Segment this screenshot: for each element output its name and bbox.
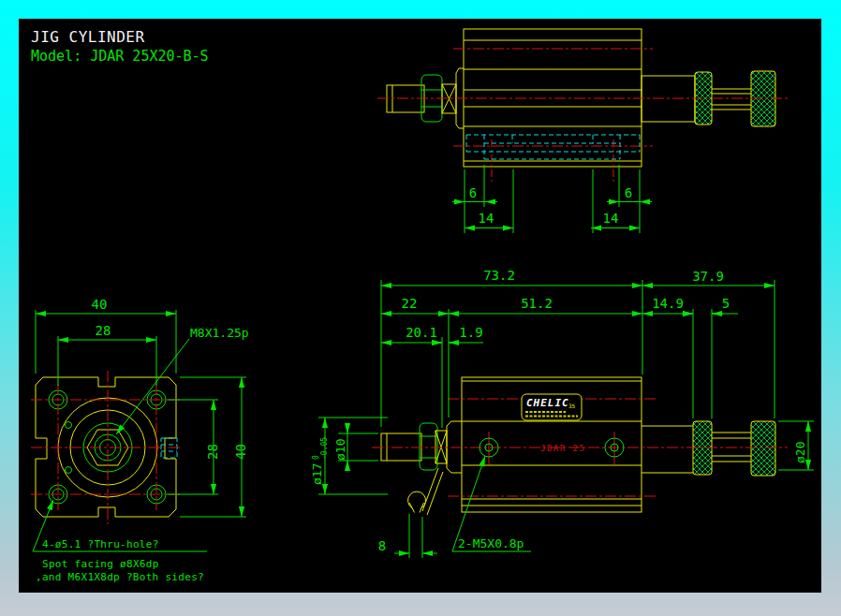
- port-thread-label: 2-M5X0.8p: [458, 536, 524, 550]
- drawing-canvas[interactable]: JIG CYLINDER Model: JDAR 25X20-B-S: [19, 19, 821, 593]
- dim-port-pitch-right: 14: [603, 211, 619, 226]
- dim-bolt-spacing-v: 28: [205, 444, 220, 460]
- note-spot-facing: Spot facing ø8X6dp: [42, 558, 159, 570]
- svg-text:40: 40: [233, 444, 248, 460]
- dim-thread-length: 20.1: [406, 325, 437, 340]
- wrench-icon: [408, 468, 443, 515]
- svg-text:ø17: ø17: [310, 463, 324, 485]
- dim-bolt-spacing-h: 28: [96, 323, 111, 338]
- svg-text:-0.05: -0.05: [320, 437, 329, 460]
- note-both-sides: ,and M6X1X8dp ?Both sides?: [36, 571, 204, 583]
- brand-name: CHELIC: [526, 397, 569, 409]
- svg-text:0: 0: [312, 455, 320, 460]
- dim-gap: 1.9: [459, 325, 482, 340]
- dim-rod-length: 22: [402, 296, 418, 311]
- page-title: JIG CYLINDER: [31, 28, 145, 46]
- dim-rod-end: 37.9: [692, 269, 724, 284]
- front-centerlines: [31, 371, 181, 524]
- thread-label: M8X1.25p: [190, 326, 249, 340]
- cad-drawing: JIG CYLINDER Model: JDAR 25X20-B-S: [19, 19, 821, 593]
- title-block: JIG CYLINDER Model: JDAR 25X20-B-S: [31, 28, 209, 65]
- dim-port-offset-left: 6: [469, 185, 477, 200]
- dia-knob-label: ø20: [793, 442, 807, 463]
- chelic-label: CHELIC 35: [522, 394, 582, 420]
- dim-body-height: 40: [233, 444, 248, 460]
- dim-knob-width: 5: [722, 296, 730, 311]
- dim-wrench-flat: 8: [378, 538, 386, 553]
- dim-port-offset-right: 6: [625, 185, 632, 200]
- dim-body-length: 51.2: [521, 296, 553, 311]
- side-hex-nut: [420, 423, 437, 470]
- dim-overall: 73.2: [483, 268, 515, 283]
- svg-text:ø10: ø10: [333, 439, 347, 461]
- dim-sleeve: 14.9: [652, 296, 684, 311]
- dim-body-width: 40: [92, 297, 108, 312]
- note-thru-hole: 4-ø5.1 ?Thru-hole?: [42, 538, 159, 550]
- svg-text:ø20: ø20: [793, 442, 807, 463]
- top-centerlines: [377, 49, 789, 146]
- dia-boss-label: ø17 0 -0.05: [310, 437, 329, 485]
- dim-port-pitch-left: 14: [479, 211, 494, 226]
- front-view: 40 28 28 40 M8X1.25p 4-ø5.1 ?Thru-hole? …: [31, 297, 249, 583]
- top-view: 6 14 6 14: [377, 29, 789, 233]
- svg-text:28: 28: [205, 444, 220, 460]
- side-knurled-knob-large: [751, 421, 775, 476]
- body-marking: JDAR 25: [540, 444, 585, 453]
- cad-viewer-window: JIG CYLINDER Model: JDAR 25X20-B-S: [0, 0, 841, 616]
- dia-rod-label: ø10: [333, 439, 347, 461]
- side-view: JDAR 25 CHELIC 35: [310, 268, 814, 558]
- brand-suffix: 35: [568, 403, 576, 409]
- model-label: Model: JDAR 25X20-B-S: [31, 48, 209, 65]
